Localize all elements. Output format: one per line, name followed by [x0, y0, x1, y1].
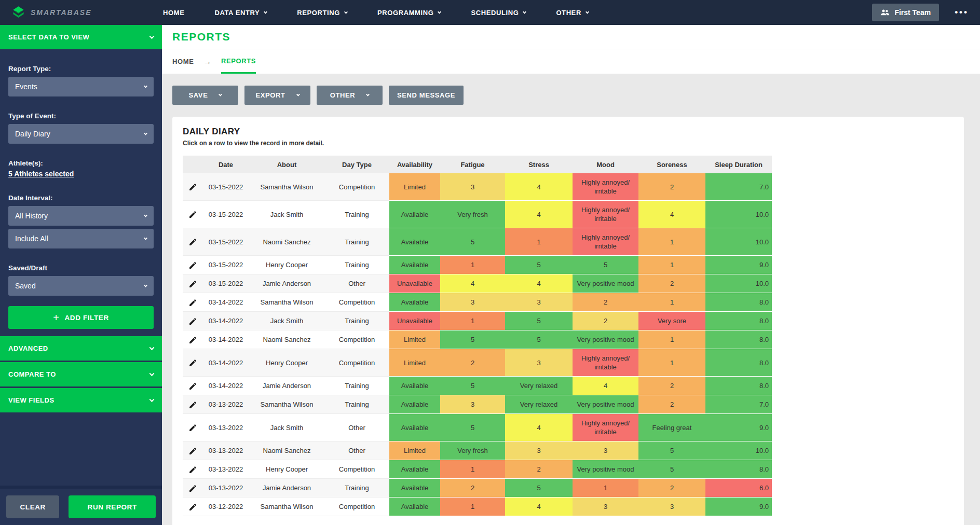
edit-cell[interactable] [183, 349, 202, 377]
edit-cell[interactable] [183, 395, 202, 414]
nav-item-scheduling[interactable]: SCHEDULING [471, 9, 526, 17]
more-options-icon[interactable]: ••• [955, 7, 969, 18]
saved-draft-select[interactable]: Saved [8, 276, 154, 296]
team-selector-button[interactable]: First Team [872, 4, 939, 21]
nav-item-home[interactable]: HOME [163, 9, 184, 17]
nav-item-data-entry[interactable]: DATA ENTRY [214, 9, 267, 17]
export-button[interactable]: EXPORT [244, 86, 310, 105]
pencil-edit-icon[interactable] [188, 358, 197, 367]
edit-cell[interactable] [183, 441, 202, 460]
pencil-edit-icon[interactable] [188, 465, 197, 474]
table-row[interactable]: 03-14-2022Henry CooperCompetitionLimited… [183, 349, 772, 377]
col-date: Date [202, 156, 249, 173]
report-type-select[interactable]: Events [8, 77, 154, 96]
athletes-selected-link[interactable]: 5 Athletes selected [8, 170, 74, 178]
cell-availability: Available [389, 460, 440, 479]
edit-cell[interactable] [183, 414, 202, 441]
pencil-edit-icon[interactable] [188, 238, 197, 246]
cell-date: 03-15-2022 [202, 256, 249, 274]
cell-day-type: Training [324, 377, 389, 395]
edit-cell[interactable] [183, 201, 202, 228]
pencil-edit-icon[interactable] [188, 261, 197, 270]
pencil-edit-icon[interactable] [188, 382, 197, 391]
cell-about: Samantha Wilson [249, 395, 324, 414]
event-type-select[interactable]: Daily Diary [8, 124, 154, 144]
edit-cell[interactable] [183, 293, 202, 312]
cell-availability: Limited [389, 173, 440, 201]
table-row[interactable]: 03-15-2022Naomi SanchezTrainingAvailable… [183, 228, 772, 256]
nav-item-other[interactable]: OTHER [556, 9, 589, 17]
table-row[interactable]: 03-14-2022Jamie AndersonTrainingAvailabl… [183, 377, 772, 395]
table-row[interactable]: 03-13-2022Henry CooperCompetitionAvailab… [183, 460, 772, 479]
pencil-edit-icon[interactable] [188, 336, 197, 344]
cell-about: Naomi Sanchez [249, 441, 324, 460]
cell-availability: Limited [389, 441, 440, 460]
table-row[interactable]: 03-15-2022Jack SmithTrainingAvailableVer… [183, 201, 772, 228]
table-row[interactable]: 03-14-2022Samantha WilsonCompetitionAvai… [183, 293, 772, 312]
pencil-edit-icon[interactable] [188, 298, 197, 307]
chevron-down-icon [219, 93, 222, 96]
table-row[interactable]: 03-13-2022Naomi SanchezOtherLimitedVery … [183, 441, 772, 460]
edit-cell[interactable] [183, 460, 202, 479]
edit-cell[interactable] [183, 377, 202, 395]
nav-item-reporting[interactable]: REPORTING [297, 9, 347, 17]
report-table-body: 03-15-2022Samantha WilsonCompetitionLimi… [183, 173, 772, 516]
cell-day-type: Training [324, 256, 389, 274]
section-view-fields[interactable]: VIEW FIELDS [0, 388, 162, 412]
pencil-edit-icon[interactable] [188, 503, 197, 512]
pencil-edit-icon[interactable] [188, 423, 197, 432]
table-row[interactable]: 03-13-2022Jamie AndersonTrainingAvailabl… [183, 479, 772, 498]
edit-cell[interactable] [183, 256, 202, 274]
section-compare-to[interactable]: COMPARE TO [0, 362, 162, 386]
pencil-edit-icon[interactable] [188, 210, 197, 219]
pencil-edit-icon[interactable] [188, 400, 197, 409]
send-message-button[interactable]: SEND MESSAGE [389, 86, 464, 105]
pencil-edit-icon[interactable] [188, 280, 197, 288]
pencil-edit-icon[interactable] [188, 317, 197, 326]
edit-cell[interactable] [183, 330, 202, 349]
cell-mood: Highly annoyed/ irritable [573, 414, 638, 441]
edit-cell[interactable] [183, 228, 202, 256]
chevron-down-icon [149, 345, 155, 350]
table-row[interactable]: 03-12-2022Samantha WilsonCompetitionAvai… [183, 498, 772, 516]
cell-stress: 5 [505, 479, 573, 498]
people-icon [880, 9, 890, 16]
edit-cell[interactable] [183, 274, 202, 293]
include-select[interactable]: Include All [8, 229, 154, 248]
col-availability: Availability [389, 156, 440, 173]
save-button[interactable]: SAVE [172, 86, 238, 105]
select-data-panel-header[interactable]: SELECT DATA TO VIEW [0, 25, 162, 49]
cell-day-type: Other [324, 274, 389, 293]
nav-item-programming[interactable]: PROGRAMMING [377, 9, 441, 17]
breadcrumb-reports[interactable]: REPORTS [221, 49, 256, 74]
cell-sleep-duration: 10.0 [705, 441, 772, 460]
brand[interactable]: SMARTABASE [11, 6, 115, 20]
edit-cell[interactable] [183, 312, 202, 330]
edit-cell[interactable] [183, 479, 202, 498]
cell-soreness: 2 [638, 377, 705, 395]
table-row[interactable]: 03-14-2022Naomi SanchezCompetitionLimite… [183, 330, 772, 349]
pencil-edit-icon[interactable] [188, 484, 197, 493]
pencil-edit-icon[interactable] [188, 447, 197, 455]
table-row[interactable]: 03-14-2022Jack SmithTrainingUnavailable1… [183, 312, 772, 330]
col-edit [183, 156, 202, 173]
pencil-edit-icon[interactable] [188, 183, 197, 191]
table-row[interactable]: 03-13-2022Jack SmithOtherAvailable54High… [183, 414, 772, 441]
edit-cell[interactable] [183, 498, 202, 516]
section-advanced[interactable]: ADVANCED [0, 336, 162, 361]
table-row[interactable]: 03-15-2022Henry CooperTrainingAvailable1… [183, 256, 772, 274]
cell-soreness: 3 [638, 498, 705, 516]
table-row[interactable]: 03-15-2022Samantha WilsonCompetitionLimi… [183, 173, 772, 201]
other-button[interactable]: OTHER [317, 86, 383, 105]
run-report-button[interactable]: RUN REPORT [69, 495, 156, 518]
table-row[interactable]: 03-13-2022Samantha WilsonTrainingAvailab… [183, 395, 772, 414]
date-interval-select[interactable]: All History [8, 206, 154, 226]
cell-date: 03-13-2022 [202, 460, 249, 479]
clear-button[interactable]: CLEAR [6, 495, 59, 518]
breadcrumb-home[interactable]: HOME [172, 49, 194, 74]
table-row[interactable]: 03-15-2022Jamie AndersonOtherUnavailable… [183, 274, 772, 293]
cell-day-type: Training [324, 201, 389, 228]
add-filter-button[interactable]: + ADD FILTER [8, 306, 154, 329]
cell-availability: Available [389, 479, 440, 498]
edit-cell[interactable] [183, 173, 202, 201]
